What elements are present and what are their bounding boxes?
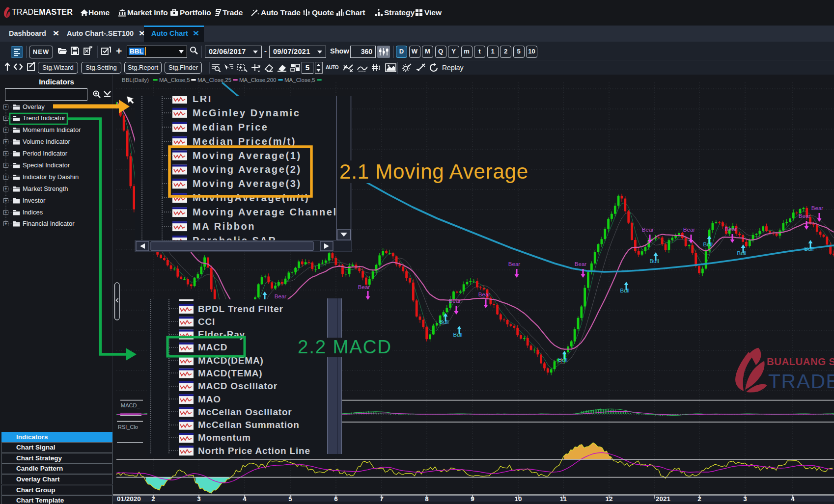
svg-text:Moving Average(2): Moving Average(2) [193,164,302,175]
svg-text:2.2 MACD: 2.2 MACD [298,336,392,357]
svg-text:McCellan Oscillator: McCellan Oscillator [198,407,292,417]
svg-text:McGinley Dynamic: McGinley Dynamic [193,107,300,118]
svg-text:Momentum: Momentum [198,432,251,443]
svg-text:MAO: MAO [198,394,221,404]
svg-text:LRI: LRI [193,93,212,104]
svg-text:Moving Average(1): Moving Average(1) [193,150,302,161]
svg-text:North Price Action Line: North Price Action Line [198,446,310,456]
svg-text:MA Ribbon: MA Ribbon [193,221,255,232]
svg-text:Moving Average(3): Moving Average(3) [193,178,302,189]
svg-text:MACD(TEMA): MACD(TEMA) [198,368,262,378]
svg-text:2.1 Moving Average: 2.1 Moving Average [339,160,528,183]
svg-text:Median Price(m/t): Median Price(m/t) [193,136,296,147]
svg-text:MACD: MACD [198,342,227,352]
svg-text:McCellan Summation: McCellan Summation [198,420,300,430]
svg-text:MACD Oscillator: MACD Oscillator [198,381,278,391]
svg-text:Median Price: Median Price [193,122,269,133]
svg-text:MovingAverage(m/t): MovingAverage(m/t) [193,192,309,203]
svg-text:CCI: CCI [198,317,215,327]
svg-text:BPDL Trend Filter: BPDL Trend Filter [198,304,283,314]
svg-text:Moving Average Channel: Moving Average Channel [193,207,337,217]
